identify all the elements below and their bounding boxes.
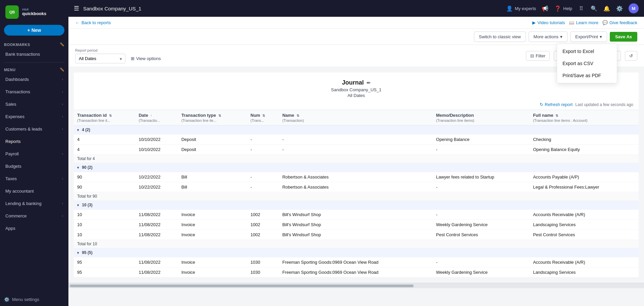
group-header-10[interactable]: ▾ 10 (3): [74, 201, 639, 210]
cell-memo: -: [433, 210, 530, 220]
refresh-row: ↻ Refresh report Last updated a few seco…: [74, 101, 639, 110]
settings-nav[interactable]: ⚙️: [616, 5, 623, 12]
menu-settings[interactable]: ⚙️ Menu settings: [0, 293, 68, 306]
refresh-report-link[interactable]: ↻ Refresh report: [540, 102, 573, 107]
cell-id: 95: [74, 267, 135, 277]
col-transaction-type[interactable]: Transaction type ⇅ (Transaction line ite…: [178, 110, 247, 125]
sidebar-item-customers-leads[interactable]: Customers & leads ›: [1, 123, 67, 135]
search-nav[interactable]: 🔍: [590, 5, 598, 12]
cell-memo: Weekly Gardening Service: [433, 267, 530, 277]
cell-name: -: [279, 145, 433, 155]
sidebar-item-apps[interactable]: Apps: [1, 222, 67, 234]
search-icon: 🔍: [590, 5, 598, 12]
cell-memo: Weekly Gardening Service: [433, 220, 530, 230]
save-as-button[interactable]: Save As: [610, 32, 637, 42]
col-num[interactable]: Num ⇅ (Trans...: [247, 110, 279, 125]
megaphone-nav[interactable]: 📢: [541, 5, 549, 12]
export-excel-item[interactable]: Export to Excel: [557, 45, 617, 57]
col-name[interactable]: Name ⇅ (Transaction): [279, 110, 433, 125]
bookmarks-edit-icon[interactable]: ✏️: [60, 42, 65, 47]
svg-text:QB: QB: [9, 10, 15, 14]
table-row: 95 11/08/2022 Invoice 1030 Freeman Sport…: [74, 267, 639, 277]
cell-type: Deposit: [178, 135, 247, 145]
sidebar-item-sales[interactable]: Sales ›: [1, 98, 67, 110]
table-row: 10 11/08/2022 Invoice 1002 Bill's Windsu…: [74, 230, 639, 240]
report-period-label: Report period: [75, 48, 163, 52]
report-title-edit-icon[interactable]: ✏: [367, 80, 371, 86]
sidebar-item-commerce[interactable]: Commerce ›: [1, 210, 67, 222]
grid-icon: ⠿: [578, 5, 585, 12]
notifications-nav[interactable]: 🔔: [603, 5, 610, 12]
print-pdf-item[interactable]: Print/Save as PDF: [557, 69, 617, 82]
sidebar-item-taxes[interactable]: Taxes ›: [1, 173, 67, 185]
sidebar-item-dashboards[interactable]: Dashboards ›: [1, 73, 67, 85]
sidebar-item-label: Payroll: [5, 151, 19, 156]
cell-fullname: Opening Balance Equity: [530, 145, 639, 155]
col-date[interactable]: Date ↑ (Transactio...: [135, 110, 178, 125]
col-memo[interactable]: Memo/Description (Transaction line items…: [433, 110, 530, 125]
table-row: 90 10/22/2022 Bill - Robertson & Associa…: [74, 172, 639, 182]
cell-memo: -: [433, 145, 530, 155]
chevron-right-icon: ›: [62, 202, 63, 205]
apps-grid-nav[interactable]: ⠿: [578, 5, 585, 12]
sidebar-item-reports[interactable]: Reports: [1, 136, 67, 147]
avatar[interactable]: M: [629, 3, 639, 13]
view-options-button[interactable]: ⊞ View options: [128, 54, 163, 63]
toolbar-right: ▶ Video tutorials 📖 Learn more 💬 Give fe…: [532, 20, 637, 25]
col-transaction-id[interactable]: Transaction id ⇅ (Transaction line it...: [74, 110, 135, 125]
help-icon: ❓: [554, 5, 561, 12]
sidebar-item-label: Transactions: [5, 89, 30, 94]
learn-more-link[interactable]: 📖 Learn more: [569, 20, 598, 25]
more-actions-button[interactable]: More actions ▾: [529, 32, 568, 42]
back-to-reports-link[interactable]: ← Back to reports: [75, 20, 111, 25]
export-csv-item[interactable]: Export as CSV: [557, 57, 617, 69]
group-header-90[interactable]: ▾ 90 (2): [74, 163, 639, 172]
report-company: Sandbox Company_US_1: [74, 87, 639, 92]
sidebar-item-label: Customers & leads: [5, 126, 42, 132]
sidebar-item-budgets[interactable]: Budgets: [1, 160, 67, 172]
hamburger-icon[interactable]: ☰: [74, 5, 79, 12]
sidebar-item-bank-transactions[interactable]: Bank transactions: [1, 48, 67, 60]
scroll-thumb[interactable]: [70, 285, 414, 287]
filter-button[interactable]: ⊟ Filter: [526, 51, 550, 61]
cell-fullname: Landscaping Services: [530, 267, 639, 277]
export-dropdown: Export to Excel Export as CSV Print/Save…: [557, 44, 617, 83]
my-experts-nav[interactable]: 👤 My experts: [506, 5, 536, 12]
sidebar-item-payroll[interactable]: Payroll ›: [1, 148, 67, 160]
date-range-select[interactable]: All Dates: [75, 54, 125, 63]
switch-classic-button[interactable]: Switch to classic view: [474, 32, 526, 42]
company-name: Sandbox Company_US_1: [83, 6, 141, 11]
group-header-4[interactable]: ▾ 4 (2): [74, 125, 639, 135]
video-tutorials-link[interactable]: ▶ Video tutorials: [532, 20, 565, 25]
col-full-name[interactable]: Full name ⇅ (Transaction line items : Ac…: [530, 110, 639, 125]
help-nav[interactable]: ❓ Help: [554, 5, 572, 12]
reset-button[interactable]: ↺: [625, 51, 637, 61]
cell-id: 10: [74, 220, 135, 230]
give-feedback-link[interactable]: 💬 Give feedback: [602, 20, 637, 25]
chevron-down-icon: ▾: [560, 34, 562, 39]
new-button[interactable]: + New: [4, 25, 64, 36]
book-icon: 📖: [569, 20, 574, 25]
group-header-95[interactable]: ▾ 95 (5): [74, 248, 639, 257]
report-area[interactable]: Journal ✏ Sandbox Company_US_1 All Dates…: [68, 67, 644, 306]
cell-date: 11/08/2022: [135, 220, 178, 230]
cell-num: 1002: [247, 230, 279, 240]
sidebar-item-expenses[interactable]: Expenses ›: [1, 111, 67, 122]
cell-num: -: [247, 182, 279, 192]
sidebar-item-lending-banking[interactable]: Lending & banking ›: [1, 198, 67, 209]
horizontal-scrollbar[interactable]: [68, 283, 644, 288]
export-print-button[interactable]: Export/Print ▾: [570, 32, 607, 42]
cell-id: 95: [74, 257, 135, 267]
table-row: 90 10/22/2022 Bill - Robertson & Associa…: [74, 182, 639, 192]
cell-id: 90: [74, 172, 135, 182]
menu-section-header[interactable]: MENU ✏️: [0, 65, 68, 73]
menu-edit-icon[interactable]: ✏️: [60, 67, 65, 72]
bookmarks-section-header[interactable]: BOOKMARKS ✏️: [0, 40, 68, 48]
sidebar-item-my-accountant[interactable]: My accountant: [1, 185, 67, 197]
sidebar-item-label: Apps: [5, 226, 15, 231]
group-total-4: Total for 4: [74, 155, 639, 163]
cell-num: -: [247, 135, 279, 145]
sidebar-item-transactions[interactable]: Transactions ›: [1, 86, 67, 98]
chevron-right-icon: ›: [62, 102, 63, 106]
report-toolbar: ← Back to reports ▶ Video tutorials 📖 Le…: [68, 17, 644, 29]
